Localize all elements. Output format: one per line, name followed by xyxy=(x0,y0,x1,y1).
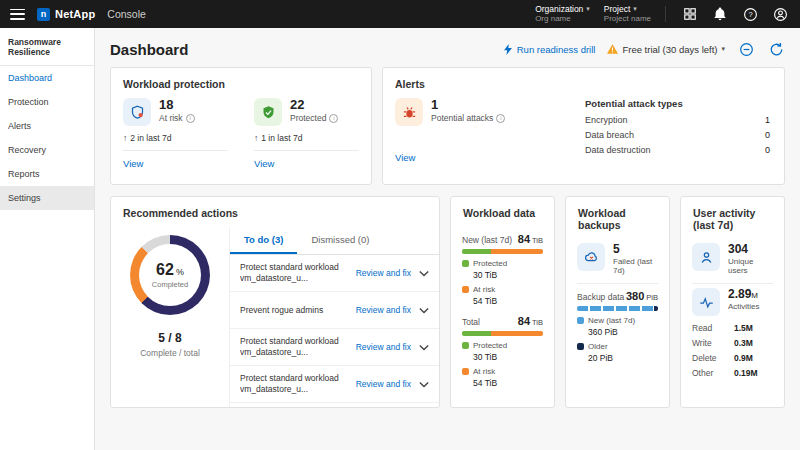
legend-at-risk: At risk xyxy=(462,285,543,294)
activities-label: Activities xyxy=(728,302,760,311)
action-text: Protect standard workload vm_datastore_u… xyxy=(240,336,350,357)
alerts-view-link[interactable]: View xyxy=(395,152,415,163)
sidebar-item-dashboard[interactable]: Dashboard xyxy=(0,66,94,90)
help-icon[interactable]: ? xyxy=(740,4,760,24)
blue-swatch-icon xyxy=(577,317,584,324)
organization-picker[interactable]: Organization▾ Org name xyxy=(535,4,590,25)
legend-at-risk: At risk xyxy=(462,367,543,376)
info-icon[interactable] xyxy=(496,114,505,123)
tab-dismissed[interactable]: Dismissed (0) xyxy=(297,227,383,254)
legend-older: Older xyxy=(577,342,658,351)
review-and-fix-link[interactable]: Review and fix xyxy=(356,305,411,315)
legend-protected: Protected xyxy=(462,259,543,268)
card-title: Workload protection xyxy=(111,68,371,98)
run-readiness-drill-button[interactable]: Run readiness drill xyxy=(503,44,596,55)
navy-swatch-icon xyxy=(577,343,584,350)
recommended-action-row[interactable]: Protect standard workload vm_datastore_u… xyxy=(230,329,439,366)
chevron-down-icon[interactable] xyxy=(417,340,431,354)
sidebar-title: Ransomware Resilience xyxy=(0,28,94,66)
users-icon xyxy=(692,243,720,271)
potential-attacks-label: Potential attacks xyxy=(431,113,493,123)
total-data-bar xyxy=(462,331,543,336)
recommended-action-row[interactable]: Protect standard workload vm_datastore_u… xyxy=(230,255,439,292)
divider xyxy=(692,283,773,284)
sidebar-item-alerts[interactable]: Alerts xyxy=(0,114,94,138)
at-risk-label: At risk xyxy=(159,113,183,123)
legend-protected-value: 30 TiB xyxy=(473,352,543,362)
at-risk-count: 18 xyxy=(159,98,195,112)
free-trial-dropdown[interactable]: Free trial (30 days left) ▾ xyxy=(607,44,725,55)
svg-text:?: ? xyxy=(748,10,752,19)
recommended-action-row[interactable]: Prevent rogue admins Review and fix xyxy=(230,292,439,329)
completion-fraction: 5 / 8 xyxy=(158,331,181,345)
new-data-bar xyxy=(462,249,543,254)
sidebar-item-reports[interactable]: Reports xyxy=(0,162,94,186)
attack-types-panel: Potential attack types Encryption1 Data … xyxy=(585,98,770,165)
completion-fraction-label: Complete / total xyxy=(140,348,200,358)
protected-view-link[interactable]: View xyxy=(254,158,274,169)
unique-users-label: Unique users xyxy=(728,257,773,275)
card-title: Recommended actions xyxy=(111,197,439,227)
project-value: Project name xyxy=(604,14,651,24)
recommended-action-row[interactable]: Protect standard workload vm_datastore_u… xyxy=(230,366,439,403)
legend-older-value: 20 PiB xyxy=(588,353,658,363)
activity-row: Delete0.9M xyxy=(692,353,773,363)
protected-label: Protected xyxy=(290,113,326,123)
netapp-logo-icon: n xyxy=(37,8,50,21)
section-label: New (last 7d) xyxy=(462,235,512,245)
main-content: Dashboard Run readiness drill Free trial… xyxy=(95,28,800,450)
topbar: n NetApp Console Organization▾ Org name … xyxy=(0,0,800,28)
attack-type-row: Data destruction0 xyxy=(585,145,770,155)
sidebar-item-recovery[interactable]: Recovery xyxy=(0,138,94,162)
recommended-tabs: To do (3) Dismissed (0) xyxy=(230,227,439,255)
chevron-down-icon[interactable] xyxy=(417,377,431,391)
completion-label: Completed xyxy=(152,280,188,289)
info-icon[interactable] xyxy=(186,114,195,123)
card-title: Workload backups xyxy=(566,197,669,239)
project-label: Project xyxy=(604,4,630,15)
activity-row: Write0.3M xyxy=(692,338,773,348)
green-swatch-icon xyxy=(462,342,469,349)
orange-swatch-icon xyxy=(462,368,469,375)
chevron-down-icon: ▾ xyxy=(586,5,590,14)
section-label: Total xyxy=(462,317,480,327)
collapse-icon[interactable] xyxy=(737,40,755,58)
completion-summary: 62% Completed 5 / 8 Complete / total xyxy=(111,227,229,407)
unique-users-count: 304 xyxy=(728,243,773,256)
recommended-actions-card: Recommended actions 62% Completed 5 / 8 … xyxy=(110,196,440,408)
activity-row: Read1.5M xyxy=(692,323,773,333)
sidebar-item-settings[interactable]: Settings xyxy=(0,186,94,210)
attack-types-title: Potential attack types xyxy=(585,98,770,109)
recommended-action-row[interactable]: Recover your critical workloads faster R… xyxy=(230,403,439,407)
activities-count: 2.89 xyxy=(728,287,751,301)
failed-label: Failed (last 7d) xyxy=(613,257,658,275)
workspace-switcher-icon[interactable] xyxy=(680,4,700,24)
backup-failed-icon xyxy=(577,243,605,271)
at-risk-view-link[interactable]: View xyxy=(123,158,143,169)
info-icon[interactable] xyxy=(329,114,338,123)
notifications-bell-icon[interactable] xyxy=(710,4,730,24)
review-and-fix-link[interactable]: Review and fix xyxy=(356,342,411,352)
sidebar-item-protection[interactable]: Protection xyxy=(0,90,94,114)
chevron-down-icon[interactable] xyxy=(417,266,431,280)
project-picker[interactable]: Project▾ Project name xyxy=(604,4,651,25)
organization-value: Org name xyxy=(535,14,590,24)
legend-new: New (last 7d) xyxy=(577,316,658,325)
activity-pulse-icon xyxy=(692,288,720,316)
tab-to-do[interactable]: To do (3) xyxy=(230,227,297,254)
backup-data-label: Backup data xyxy=(577,292,624,302)
app-screen: n NetApp Console Organization▾ Org name … xyxy=(0,0,800,450)
unique-users-stat: 304 Unique users xyxy=(692,243,773,275)
workload-data-card: Workload data New (last 7d)84TiB Protect… xyxy=(450,196,555,408)
chevron-down-icon[interactable] xyxy=(417,303,431,317)
potential-attacks-stat: 1 Potential attacks View xyxy=(395,98,585,165)
hamburger-menu-icon[interactable] xyxy=(10,9,25,20)
refresh-icon[interactable] xyxy=(767,40,785,58)
workload-backups-card: Workload backups 5 Failed (last 7d) Back… xyxy=(565,196,670,408)
account-icon[interactable] xyxy=(770,4,790,24)
brand-name: NetApp xyxy=(55,8,95,20)
review-and-fix-link[interactable]: Review and fix xyxy=(356,268,411,278)
review-and-fix-link[interactable]: Review and fix xyxy=(356,379,411,389)
protected-trend: 1 in last 7d xyxy=(254,133,359,151)
protected-shield-icon xyxy=(254,98,282,126)
